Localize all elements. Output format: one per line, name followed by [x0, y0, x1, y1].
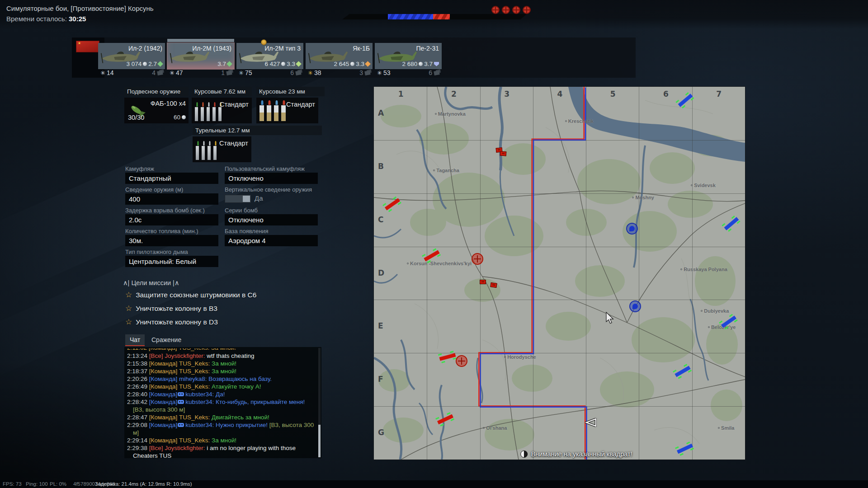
rank-icon — [434, 62, 439, 66]
chat-tab-chat[interactable]: Чат — [125, 334, 145, 346]
runway-light — [690, 448, 694, 450]
toggle-knob[interactable] — [243, 196, 250, 202]
setting-select-right0[interactable]: Отключено — [225, 173, 318, 184]
weapon-option-card[interactable]: Стандарт — [256, 98, 318, 123]
town-name: Martynovka — [438, 111, 466, 117]
front-line — [374, 87, 745, 460]
ussr-flag-icon: ★ — [76, 41, 99, 52]
chat-timestamp: 2:28:42 — [127, 399, 149, 405]
runway-light — [447, 412, 451, 415]
silver-lion-icon — [419, 62, 423, 66]
chat-segment: За мной! — [210, 368, 236, 375]
chat-message-clipped-text: 2:11:02 [Команда] TUS_Keks: За мной! — [127, 348, 316, 352]
spawn-count-value: 47 — [176, 69, 183, 76]
weapon-group-header: Турельные 12.7 мм — [193, 126, 322, 135]
spawn-count-value: 75 — [245, 69, 252, 76]
map-grid-hline — [374, 247, 745, 247]
chat-segment: Возвращаюсь на базу. — [207, 375, 272, 382]
map-town: Smila — [718, 425, 734, 431]
ammo-bullet-icon — [201, 102, 205, 121]
setting-select-left4[interactable]: Центральный: Белый — [125, 256, 218, 267]
setting-select-right3[interactable]: Аэродром 4 — [225, 235, 318, 246]
backup-crate-icon — [364, 70, 370, 75]
chat-message: 2:26:49 [Команда] TUS_Keks: Атакуйте точ… — [127, 383, 316, 390]
spawn-count: ✳75 — [239, 69, 252, 76]
objective-text: Уничтожьте колонну в D3 — [136, 318, 218, 326]
chat-segment: [Команда] — [149, 399, 178, 405]
backup-count-value: 6 — [429, 69, 432, 76]
ping-counter: Ping: 100 — [26, 481, 48, 487]
town-name: Russkaya Polyana — [684, 267, 727, 272]
setting-select-left0[interactable]: Стандартный — [125, 173, 218, 184]
collapse-caret-icon[interactable]: |∧ — [171, 279, 179, 286]
ammo-bullet-icon — [267, 100, 272, 121]
silver-lion-icon — [182, 115, 186, 119]
aircraft-card-2[interactable]: Ил-2М (1943)3.7 — [167, 43, 234, 69]
mission-objectives-header[interactable]: ∧| Цели миссии |∧ — [123, 279, 179, 286]
chat-scrollbar[interactable] — [318, 348, 321, 457]
runway-light — [440, 424, 444, 427]
map-town: Kreschatik — [565, 118, 594, 124]
town-dot — [483, 427, 485, 429]
weapon-group-header: Курсовые 23 мм — [256, 87, 325, 96]
bullet-tip — [203, 141, 204, 145]
bullet-body — [281, 105, 286, 121]
aircraft-card-5[interactable]: Пе-2-312 6803.7 — [375, 43, 442, 69]
town-name: Svidevsk — [694, 183, 716, 188]
map-grid-hline — [374, 353, 745, 353]
chat-segment: Двигайтесь за мной! — [210, 414, 269, 421]
setting-select-left2[interactable]: 2.0с — [125, 214, 218, 225]
map-col-label: 7 — [716, 89, 722, 99]
weapon-option-card[interactable]: Стандарт — [192, 98, 252, 123]
aircraft-cost-row: 6 4273.3 — [264, 61, 301, 67]
spawn-count: ✳53 — [377, 69, 390, 76]
chat-scrollbar-thumb[interactable] — [318, 425, 321, 457]
bomb-cost: 60 — [174, 114, 186, 121]
spawn-count-value: 38 — [314, 69, 321, 76]
spawn-points-icon: ✳ — [100, 70, 105, 76]
aircraft-card-4[interactable]: Як-1Б2 6453.3 — [306, 43, 373, 69]
chat-tab-battle[interactable]: Сражение — [147, 334, 186, 346]
chat-timestamp: 2:15:38 — [127, 360, 149, 367]
chat-message: 2:29:38 [Все] Joystickfighter: i am no l… — [127, 444, 316, 458]
tactical-map[interactable]: 1234567ABCDEFG MartynovkaTaganchaKrescha… — [374, 87, 745, 460]
bullet-body — [212, 107, 216, 121]
friendly-capture-point — [626, 223, 638, 235]
enemy-progress-segment — [433, 14, 450, 19]
aircraft-card-footer: ✳383 — [306, 69, 373, 78]
chat-segment: Да! — [214, 391, 225, 398]
silver-lion-icon — [281, 62, 285, 66]
repair-cost: 3 074 — [126, 61, 142, 67]
map-town: Svidevsk — [691, 183, 716, 188]
chat-segment: [Команда] TUS_Keks: — [149, 437, 210, 444]
weapon-option-card[interactable]: Стандарт — [193, 136, 251, 162]
bullet-tip — [215, 141, 216, 145]
aircraft-name: Ил-2М (1943) — [192, 45, 231, 52]
aircraft-name: Ил-2 (1942) — [128, 45, 162, 52]
aircraft-card-1[interactable]: Ил-2 (1942)3 0742.7 — [98, 43, 165, 69]
setting-select-left1[interactable]: 400 — [125, 193, 218, 205]
mission-objective: ☆Уничтожьте колонну в D3 — [125, 317, 218, 327]
enemy-capture-point — [472, 253, 483, 265]
town-name: Korsun'-Shevchenkivs'kyi — [410, 261, 472, 266]
backup-crate-icon — [226, 70, 232, 75]
aircraft-card-3[interactable]: Ил-2М тип 36 4273.3 — [236, 43, 303, 69]
setting-select-left3[interactable]: 30м. — [125, 235, 218, 246]
weapon-option-card[interactable]: ФАБ-100 х430/3060 — [124, 98, 189, 123]
map-row-label: D — [378, 268, 384, 277]
objective-text: Защитите союзные штурмовики в C6 — [136, 291, 256, 299]
ammo-belt-name: Стандарт — [219, 140, 248, 147]
map-col-label: 3 — [504, 89, 509, 99]
bullet-body — [202, 146, 205, 160]
vertical-targeting-toggle[interactable] — [225, 195, 251, 203]
chat-segment: Кто-нибудь, прикрывайте меня! — [214, 399, 305, 405]
setting-label-right2: Серии бомб — [225, 207, 258, 214]
setting-select-right2[interactable]: Отключено — [225, 214, 318, 225]
map-grid-vline — [480, 87, 481, 460]
chat-timestamp: 2:29:38 — [127, 445, 149, 451]
collapse-caret-icon[interactable]: ∧| — [123, 279, 131, 286]
bullet-body — [207, 107, 210, 121]
weapon-group-header: Курсовые 7.62 мм — [192, 87, 252, 96]
chat-timestamp: 2:29:08 — [127, 422, 149, 428]
town-name: Horodysche — [507, 354, 536, 360]
